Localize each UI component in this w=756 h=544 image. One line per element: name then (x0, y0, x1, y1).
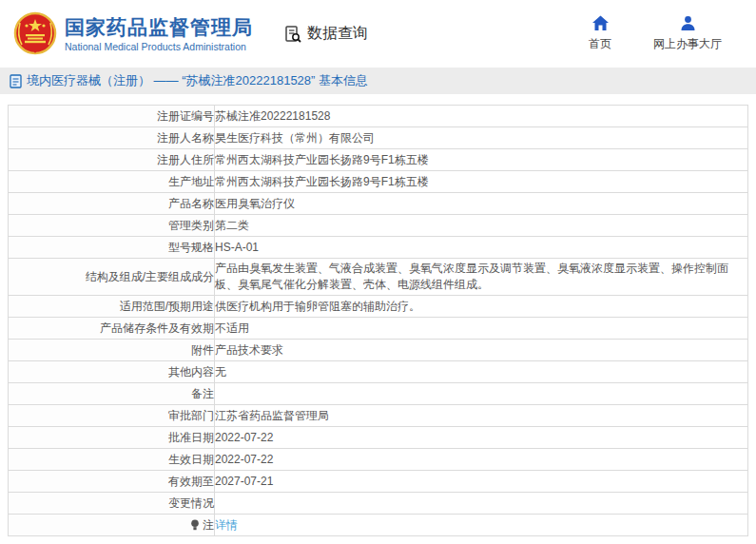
table-row: 结构及组成/主要组成成分产品由臭氧发生装置、气液合成装置、臭氧气浓度显示及调节装… (9, 259, 748, 296)
row-value: 不适用 (215, 318, 748, 340)
table-row: 审批部门江苏省药品监督管理局 (9, 405, 748, 427)
table-row: 适用范围/预期用途供医疗机构用于输卵管阻塞的辅助治疗。 (9, 296, 748, 318)
table-row: 产品储存条件及有效期不适用 (9, 318, 748, 340)
data-query-label: 数据查询 (307, 24, 368, 44)
table-row: 注册人住所常州西太湖科技产业园长扬路9号F1栋五楼 (9, 149, 748, 171)
table-row: 备注 (9, 383, 748, 405)
document-search-icon (283, 25, 302, 44)
nav-home[interactable]: 首页 (581, 15, 619, 52)
data-query-section: 数据查询 (283, 24, 368, 44)
agency-title: 国家药品监督管理局 (65, 16, 253, 39)
document-icon (10, 74, 22, 88)
table-row: 变更情况 (9, 493, 748, 515)
row-label: 审批部门 (9, 405, 215, 427)
table-row: 有效期至2027-07-21 (9, 471, 748, 493)
row-label: 注册人名称 (9, 127, 215, 149)
home-icon (591, 15, 610, 31)
row-value: 第二类 (215, 215, 748, 237)
row-value: 常州西太湖科技产业园长扬路9号F1栋五楼 (215, 149, 748, 171)
row-label: 型号规格 (9, 237, 215, 259)
table-row: 生产地址常州西太湖科技产业园长扬路9号F1栋五楼 (9, 171, 748, 193)
table-row: 注册人名称昊生医疗科技（常州）有限公司 (9, 127, 748, 149)
row-label: 附件 (9, 340, 215, 361)
table-row: 批准日期2022-07-22 (9, 427, 748, 449)
row-value: 产品技术要求 (215, 340, 748, 361)
agency-title-block: 国家药品监督管理局 National Medical Products Admi… (65, 16, 253, 52)
nav-service-hall[interactable]: 网上办事大厅 (653, 15, 722, 52)
table-row: 型号规格HS-A-01 (9, 237, 748, 259)
row-value: 苏械注准20222181528 (215, 106, 748, 127)
user-icon (680, 15, 696, 31)
row-label: 产品名称 (9, 193, 215, 215)
table-row: 其他内容无 (9, 361, 748, 383)
agency-subtitle: National Medical Products Administration (65, 41, 253, 52)
row-value: 2022-07-22 (215, 427, 748, 449)
row-label: 有效期至 (9, 471, 215, 493)
table-row: 生效日期2022-07-22 (9, 449, 748, 471)
page-header: 国家药品监督管理局 National Medical Products Admi… (0, 0, 756, 68)
breadcrumb: 境内医疗器械（注册） —— “苏械注准20222181528” 基本信息 (0, 68, 756, 94)
row-value: 2027-07-21 (215, 471, 748, 493)
row-value: 江苏省药品监督管理局 (215, 405, 748, 427)
row-value: 无 (215, 361, 748, 383)
row-label: 注册证编号 (9, 106, 215, 127)
row-label: 适用范围/预期用途 (9, 296, 215, 318)
header-nav: 首页 网上办事大厅 (581, 15, 722, 52)
registration-info-table: 注册证编号苏械注准20222181528注册人名称昊生医疗科技（常州）有限公司注… (8, 105, 748, 536)
table-row: 产品名称医用臭氧治疗仪 (9, 193, 748, 215)
detail-link[interactable]: 详情 (215, 518, 238, 532)
table-row: 注册证编号苏械注准20222181528 (9, 106, 748, 127)
row-label: 变更情况 (9, 493, 215, 515)
registration-info-table-wrap: 注册证编号苏械注准20222181528注册人名称昊生医疗科技（常州）有限公司注… (8, 105, 748, 536)
row-label: 批准日期 (9, 427, 215, 449)
nav-home-label: 首页 (589, 36, 611, 52)
row-value: 详情 (215, 515, 748, 536)
row-value: 昊生医疗科技（常州）有限公司 (215, 127, 748, 149)
row-label: 结构及组成/主要组成成分 (9, 259, 215, 296)
table-row: 附件产品技术要求 (9, 340, 748, 361)
table-row: 管理类别第二类 (9, 215, 748, 237)
lightbulb-icon (190, 519, 200, 531)
nav-service-hall-label: 网上办事大厅 (653, 36, 722, 52)
row-value: HS-A-01 (215, 237, 748, 259)
row-label: 注 (9, 515, 215, 536)
national-emblem-icon (13, 11, 57, 57)
row-label: 注册人住所 (9, 149, 215, 171)
row-value (215, 493, 748, 515)
row-label: 生效日期 (9, 449, 215, 471)
row-value: 医用臭氧治疗仪 (215, 193, 748, 215)
row-label: 其他内容 (9, 361, 215, 383)
row-label: 备注 (9, 383, 215, 405)
row-value: 常州西太湖科技产业园长扬路9号F1栋五楼 (215, 171, 748, 193)
row-value: 2022-07-22 (215, 449, 748, 471)
row-value (215, 383, 748, 405)
row-value: 产品由臭氧发生装置、气液合成装置、臭氧气浓度显示及调节装置、臭氧液浓度显示装置、… (215, 259, 748, 296)
row-label: 管理类别 (9, 215, 215, 237)
row-value: 供医疗机构用于输卵管阻塞的辅助治疗。 (215, 296, 748, 318)
row-label: 产品储存条件及有效期 (9, 318, 215, 340)
breadcrumb-text: 境内医疗器械（注册） —— “苏械注准20222181528” 基本信息 (27, 72, 368, 89)
table-row: 注详情 (9, 515, 748, 536)
row-label: 生产地址 (9, 171, 215, 193)
